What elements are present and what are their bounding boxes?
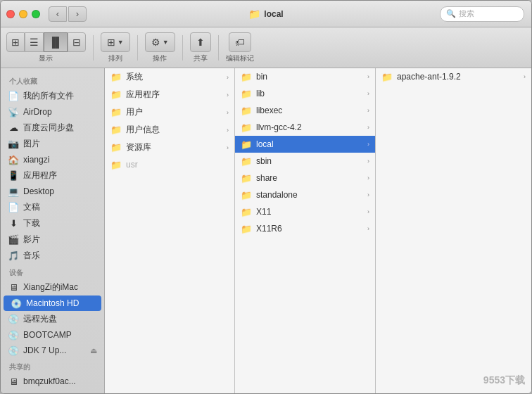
- pane-item-lib[interactable]: 📁 lib ›: [235, 85, 375, 102]
- sidebar: 个人收藏 📄 我的所有文件 📡 AirDrop ☁ 百度云同步盘 📷 图片 🏠 …: [1, 68, 105, 393]
- pane-item-local[interactable]: 📁 local ›: [235, 136, 375, 153]
- sidebar-item-photos[interactable]: 📷 图片: [1, 136, 104, 152]
- back-button[interactable]: ‹: [49, 6, 67, 22]
- action-group: ⚙ ▼ 操作: [145, 32, 175, 63]
- desktop-icon: 💻: [8, 186, 19, 197]
- sidebar-item-label: AirDrop: [23, 107, 97, 117]
- search-icon: 🔍: [446, 9, 456, 18]
- hd-icon: 💿: [11, 298, 22, 309]
- chevron-icon: ›: [367, 124, 369, 131]
- display-label: 显示: [39, 53, 53, 63]
- action-button[interactable]: ⚙ ▼: [145, 32, 175, 52]
- pane-item-libexec[interactable]: 📁 libexec ›: [235, 102, 375, 119]
- sidebar-item-jdk7[interactable]: 💿 JDK 7 Up... ⏏: [1, 343, 104, 358]
- folder-icon: 📁: [110, 159, 122, 170]
- sep3: [182, 35, 183, 61]
- search-box[interactable]: 🔍 搜索: [440, 6, 524, 22]
- sidebar-item-label: 音乐: [23, 250, 97, 262]
- sort-icon: ⊞: [107, 37, 115, 48]
- folder-icon: 📁: [241, 105, 252, 116]
- folder-icon: 📁: [110, 72, 122, 83]
- sidebar-item-applications[interactable]: 📱 应用程序: [1, 167, 104, 184]
- music-icon: 🎵: [8, 250, 19, 262]
- list-view-button[interactable]: ☰: [25, 32, 44, 52]
- pane-item-usr[interactable]: 📁 usr: [105, 156, 234, 173]
- sidebar-item-documents[interactable]: 📄 文稿: [1, 199, 104, 215]
- folder-icon: 📁: [241, 71, 252, 82]
- chevron-icon: ›: [367, 73, 369, 80]
- sidebar-item-bmqzukf0ac[interactable]: 🖥 bmqzukf0ac...: [1, 374, 104, 389]
- sidebar-item-downloads[interactable]: ⬇ 下载: [1, 215, 104, 231]
- finder-window: ‹ › 📁 local 🔍 搜索 ⊞ ☰ ▐▌ ⊟ 显示 ⊞: [0, 0, 532, 394]
- pane-3: 📁 apache-ant-1.9.2 ›: [376, 68, 531, 393]
- all-files-icon: 📄: [8, 91, 19, 102]
- shared-header: 共享的: [1, 358, 104, 374]
- tag-button[interactable]: 🏷: [229, 32, 251, 52]
- bootcamp-icon: 💿: [8, 329, 19, 341]
- folder-icon: 📁: [110, 89, 122, 101]
- sidebar-item-xiangzi[interactable]: 🏠 xiangzi: [1, 152, 104, 167]
- pane-item-apache-ant[interactable]: 📁 apache-ant-1.9.2 ›: [376, 68, 531, 85]
- chevron-icon: ›: [367, 158, 369, 165]
- chevron-icon: ›: [227, 109, 229, 116]
- pane-item-share[interactable]: 📁 share ›: [235, 170, 375, 186]
- sidebar-item-all-files[interactable]: 📄 我的所有文件: [1, 88, 104, 104]
- sidebar-item-movies[interactable]: 🎬 影片: [1, 231, 104, 248]
- jdk-icon: 💿: [8, 345, 19, 356]
- sidebar-item-desktop[interactable]: 💻 Desktop: [1, 184, 104, 199]
- pane-item-x11r6[interactable]: 📁 X11R6 ›: [235, 220, 375, 237]
- tag-label: 编辑标记: [226, 53, 254, 63]
- chevron-icon: ›: [367, 90, 369, 97]
- chevron-icon: ›: [227, 91, 229, 99]
- share-button[interactable]: ⬆: [190, 32, 211, 52]
- remote-disk-icon: 💿: [8, 314, 19, 325]
- pane-item-sbin[interactable]: 📁 sbin ›: [235, 153, 375, 170]
- view-group: ⊞ ☰ ▐▌ ⊟ 显示: [6, 32, 86, 63]
- maximize-button[interactable]: [32, 10, 40, 18]
- pane-item-bin[interactable]: 📁 bin ›: [235, 68, 375, 85]
- sidebar-item-music[interactable]: 🎵 音乐: [1, 248, 104, 264]
- sidebar-item-macintosh-hd[interactable]: 💿 Macintosh HD: [4, 296, 101, 311]
- sidebar-item-bootcamp[interactable]: 💿 BOOTCAMP: [1, 327, 104, 343]
- pane-item-users[interactable]: 📁 用户 ›: [105, 103, 234, 121]
- folder-icon: 📁: [241, 155, 252, 167]
- sep2: [137, 35, 138, 61]
- sidebar-item-airdrop[interactable]: 📡 AirDrop: [1, 104, 104, 120]
- pane-item-resources[interactable]: 📁 资源库 ›: [105, 139, 234, 156]
- pane-item-llvm[interactable]: 📁 llvm-gcc-4.2 ›: [235, 119, 375, 136]
- pane-item-x11[interactable]: 📁 X11 ›: [235, 203, 375, 220]
- devices-header: 设备: [1, 264, 104, 279]
- share-label: 共享: [194, 53, 208, 63]
- sidebar-item-label: XiangZi的iMac: [23, 281, 97, 293]
- sidebar-item-label: 百度云同步盘: [23, 122, 97, 134]
- documents-icon: 📄: [8, 202, 19, 213]
- airdrop-icon: 📡: [8, 106, 19, 117]
- sidebar-item-label: Desktop: [23, 186, 97, 196]
- sidebar-item-remote-disk[interactable]: 💿 远程光盘: [1, 311, 104, 327]
- toolbar: ⊞ ☰ ▐▌ ⊟ 显示 ⊞ ▼ 排列 ⚙ ▼ 操作: [1, 27, 531, 68]
- cover-view-button[interactable]: ⊟: [68, 32, 86, 52]
- sidebar-item-baidu[interactable]: ☁ 百度云同步盘: [1, 120, 104, 136]
- sidebar-item-label: 文稿: [23, 201, 97, 213]
- sidebar-item-label: 影片: [23, 234, 97, 246]
- folder-icon: 📁: [241, 172, 252, 184]
- column-view-button[interactable]: ▐▌: [44, 32, 68, 52]
- sort-group: ⊞ ▼ 排列: [101, 32, 130, 63]
- pane-item-apps[interactable]: 📁 应用程序 ›: [105, 86, 234, 103]
- sidebar-item-label: Macintosh HD: [26, 298, 94, 308]
- pane-item-standalone[interactable]: 📁 standalone ›: [235, 186, 375, 203]
- icon-view-button[interactable]: ⊞: [6, 32, 25, 52]
- share-group: ⬆ 共享: [190, 32, 211, 63]
- pane-item-system[interactable]: 📁 系统 ›: [105, 68, 234, 86]
- sort-label: 排列: [108, 53, 122, 63]
- sort-button[interactable]: ⊞ ▼: [101, 32, 130, 52]
- pane-item-userinfo[interactable]: 📁 用户信息 ›: [105, 121, 234, 139]
- eject-icon[interactable]: ⏏: [90, 346, 97, 355]
- nav-buttons: ‹ ›: [49, 6, 87, 22]
- minimize-button[interactable]: [19, 10, 27, 18]
- action-dropdown-icon: ▼: [163, 39, 169, 46]
- dropdown-icon: ▼: [118, 39, 124, 46]
- close-button[interactable]: [6, 10, 15, 18]
- forward-button[interactable]: ›: [68, 6, 87, 22]
- sidebar-item-xiangzi-imac[interactable]: 🖥 XiangZi的iMac: [1, 279, 104, 296]
